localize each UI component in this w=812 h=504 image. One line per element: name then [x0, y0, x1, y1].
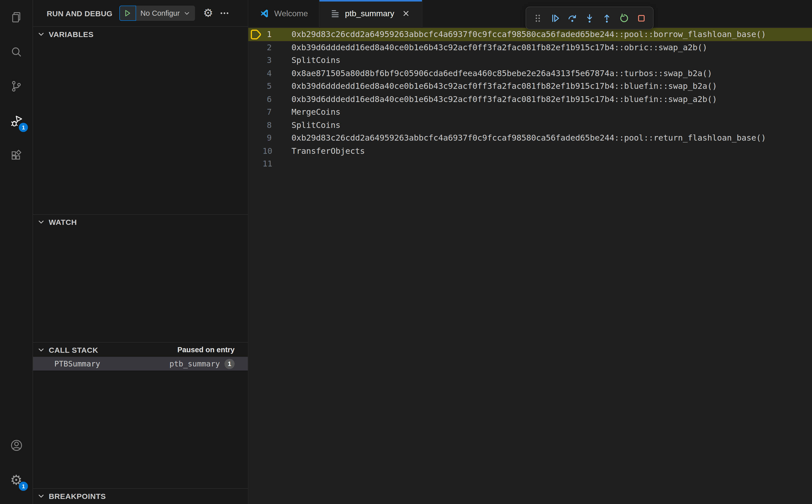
line-text: 0xb39d6dddedd16ed8a40ce0b1e6b43c92acf0ff… — [291, 81, 717, 91]
close-tab-button[interactable] — [401, 9, 411, 18]
editor-pane[interactable]: 1 0xb29d83c26cdd2a64959263abbcfc4a6937f0… — [248, 27, 812, 504]
start-debugging-button[interactable] — [119, 6, 136, 21]
activity-item-run-and-debug[interactable]: 1 — [0, 104, 32, 138]
breakpoint-gutter[interactable] — [248, 157, 262, 170]
editor-group: Welcome ptb_summary 1 0xb29d83c26cdd2a64… — [248, 0, 812, 504]
frame-source-group: ptb_summary 1 — [169, 359, 235, 369]
line-text: SplitCoins — [291, 120, 340, 130]
step-into-icon — [584, 12, 595, 24]
line-number: 9 — [262, 133, 272, 143]
line-text: 0xb29d83c26cdd2a64959263abbcfc4a6937f0c9… — [291, 30, 766, 39]
line-text: MergeCoins — [291, 107, 340, 117]
vscode-logo-icon — [259, 9, 269, 18]
views-more-actions-button[interactable] — [218, 7, 230, 19]
code-line-7[interactable]: 7 MergeCoins — [248, 106, 812, 119]
sidebar-header: RUN AND DEBUG No Configur ⚙ — [33, 0, 248, 26]
debug-current-line-marker-icon — [249, 29, 262, 40]
breakpoint-gutter[interactable] — [248, 80, 262, 93]
code-line-5[interactable]: 5 0xb39d6dddedd16ed8a40ce0b1e6b43c92acf0… — [248, 80, 812, 93]
code-line-11[interactable]: 11 — [248, 157, 812, 170]
tab-ptb-summary[interactable]: ptb_summary — [320, 0, 423, 27]
activity-item-accounts[interactable] — [0, 428, 32, 462]
step-into-button[interactable] — [581, 9, 598, 27]
step-over-icon — [567, 12, 578, 24]
code-line-9[interactable]: 9 0xb29d83c26cdd2a64959263abbcfc4a6937f0… — [248, 131, 812, 144]
line-text: 0x8ae871505a80d8bf6bf9c05906cda6edfeea46… — [291, 69, 712, 78]
call-stack-label: CALL STACK — [49, 345, 98, 354]
line-text: 0xb39d6dddedd16ed8a40ce0b1e6b43c92acf0ff… — [291, 94, 717, 104]
section-call-stack: CALL STACK Paused on entry PTBSummary pt… — [33, 342, 248, 488]
restart-button[interactable] — [616, 9, 633, 27]
line-text: TransferObjects — [291, 146, 365, 156]
vscode-window: 1 ⚙ 1 — [0, 0, 812, 504]
activity-item-source-control[interactable] — [0, 69, 32, 104]
debug-toolbar-drag-handle[interactable] — [529, 9, 547, 27]
activity-bar-bottom: ⚙ 1 — [0, 428, 32, 504]
activity-item-extensions[interactable] — [0, 138, 32, 173]
line-number: 4 — [262, 69, 272, 78]
code-line-1[interactable]: 1 0xb29d83c26cdd2a64959263abbcfc4a6937f0… — [248, 28, 812, 41]
breakpoint-gutter[interactable] — [248, 67, 262, 80]
chevron-down-icon — [37, 30, 45, 38]
breakpoints-section-header[interactable]: BREAKPOINTS — [33, 489, 248, 503]
variables-section-header[interactable]: VARIABLES — [33, 27, 248, 41]
chevron-down-icon — [37, 492, 45, 500]
sidebar-run-and-debug: RUN AND DEBUG No Configur ⚙ — [33, 0, 248, 504]
files-icon — [10, 11, 23, 24]
section-variables: VARIABLES — [33, 26, 248, 214]
line-number: 7 — [262, 107, 272, 117]
debug-configuration-dropdown[interactable]: No Configur — [136, 6, 195, 21]
ellipsis-icon — [219, 8, 229, 18]
sidebar-title: RUN AND DEBUG — [47, 9, 112, 18]
tab-welcome-label: Welcome — [274, 9, 308, 18]
activity-item-explorer[interactable] — [0, 0, 32, 35]
continue-icon — [550, 12, 561, 24]
step-over-button[interactable] — [564, 9, 581, 27]
line-number: 5 — [262, 81, 272, 91]
activity-item-search[interactable] — [0, 35, 32, 69]
call-stack-body: PTBSummary ptb_summary 1 — [33, 357, 248, 488]
watch-body — [33, 229, 248, 342]
stop-button[interactable] — [633, 9, 650, 27]
line-number: 8 — [262, 120, 272, 130]
breakpoint-gutter[interactable] — [248, 93, 262, 106]
breakpoint-gutter[interactable] — [248, 106, 262, 119]
code-line-10[interactable]: 10 TransferObjects — [248, 144, 812, 157]
debug-toolbar — [526, 7, 654, 29]
account-icon — [9, 438, 23, 452]
breakpoints-label: BREAKPOINTS — [49, 492, 106, 500]
chevron-down-icon — [37, 346, 45, 354]
line-text: 0xb39d6dddedd16ed8a40ce0b1e6b43c92acf0ff… — [291, 43, 707, 52]
breakpoint-gutter[interactable] — [248, 144, 262, 157]
variables-label: VARIABLES — [49, 30, 94, 38]
gear-icon: ⚙ — [203, 8, 213, 19]
code-line-3[interactable]: 3 SplitCoins — [248, 54, 812, 67]
continue-button[interactable] — [547, 9, 564, 27]
watch-label: WATCH — [49, 217, 77, 226]
call-stack-frame[interactable]: PTBSummary ptb_summary 1 — [33, 357, 248, 371]
activity-item-settings[interactable]: ⚙ 1 — [0, 462, 32, 497]
screenshot-root: 1 ⚙ 1 — [0, 0, 812, 504]
watch-section-header[interactable]: WATCH — [33, 215, 248, 229]
section-watch: WATCH — [33, 214, 248, 342]
code-line-8[interactable]: 8 SplitCoins — [248, 119, 812, 131]
code-line-2[interactable]: 2 0xb39d6dddedd16ed8a40ce0b1e6b43c92acf0… — [248, 41, 812, 54]
debug-settings-button[interactable]: ⚙ — [202, 7, 214, 19]
line-text: SplitCoins — [291, 56, 340, 65]
breakpoint-gutter[interactable] — [248, 41, 262, 54]
restart-icon — [619, 12, 630, 24]
extensions-icon — [10, 149, 23, 162]
step-out-button[interactable] — [598, 9, 616, 27]
call-stack-section-header[interactable]: CALL STACK Paused on entry — [33, 343, 248, 357]
source-control-icon — [10, 80, 23, 93]
tab-welcome[interactable]: Welcome — [248, 0, 320, 27]
code-line-6[interactable]: 6 0xb39d6dddedd16ed8a40ce0b1e6b43c92acf0… — [248, 93, 812, 106]
step-out-icon — [601, 12, 613, 24]
breakpoint-gutter[interactable] — [248, 119, 262, 131]
tab-ptb-summary-label: ptb_summary — [345, 9, 394, 18]
run-control: No Configur — [119, 6, 195, 21]
breakpoint-gutter[interactable] — [248, 54, 262, 67]
breakpoint-gutter[interactable] — [248, 28, 262, 41]
breakpoint-gutter[interactable] — [248, 131, 262, 144]
code-line-4[interactable]: 4 0x8ae871505a80d8bf6bf9c05906cda6edfeea… — [248, 67, 812, 80]
